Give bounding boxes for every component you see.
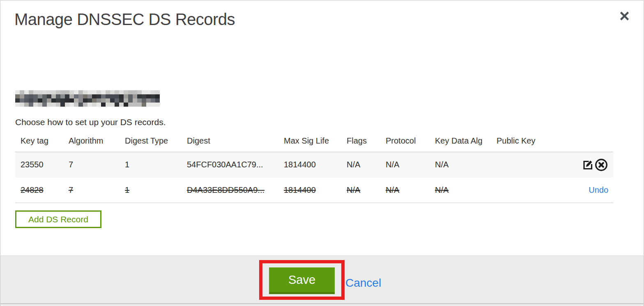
table-header-row: Key tag Algorithm Digest Type Digest Max…: [15, 136, 613, 152]
cell-digest: 54FCF030AA1C79...: [187, 152, 284, 178]
cell-public-key: [497, 178, 562, 203]
cell-digest-type: 1: [125, 178, 187, 203]
cell-flags: N/A: [347, 152, 386, 178]
cell-protocol: N/A: [386, 152, 435, 178]
col-header-key-data-alg: Key Data Alg: [435, 136, 497, 152]
ds-records-table: Key tag Algorithm Digest Type Digest Max…: [15, 136, 613, 203]
col-header-public-key: Public Key: [497, 136, 562, 152]
cell-max-sig-life: 1814400: [284, 152, 347, 178]
x-glyph: [619, 11, 630, 21]
cell-actions: Undo: [562, 178, 613, 203]
col-header-flags: Flags: [347, 136, 386, 152]
edit-record-icon[interactable]: [582, 158, 594, 171]
table-row: 23550 7 1 54FCF030AA1C79... 1814400 N/A …: [15, 152, 613, 178]
cell-algorithm: 7: [69, 152, 125, 178]
page-title: Manage DNSSEC DS Records: [14, 10, 235, 29]
cell-public-key: [497, 152, 562, 178]
save-button[interactable]: Save: [269, 267, 335, 294]
cell-digest: D4A33E8DD550A9...: [187, 178, 284, 203]
cell-key-tag: 23550: [15, 152, 69, 178]
delete-record-icon[interactable]: [594, 158, 608, 172]
add-ds-record-button[interactable]: Add DS Record: [15, 210, 101, 228]
cell-protocol: N/A: [386, 178, 435, 203]
cell-algorithm: 7: [69, 178, 125, 203]
domain-name-redacted: [15, 90, 160, 107]
instruction-text: Choose how to set up your DS records.: [15, 117, 166, 127]
manage-dnssec-dialog: Manage DNSSEC DS Records Choose how to s…: [0, 0, 644, 306]
undo-link[interactable]: Undo: [589, 185, 608, 194]
cancel-link[interactable]: Cancel: [345, 276, 381, 290]
close-icon[interactable]: [618, 10, 630, 22]
cell-digest-type: 1: [125, 152, 187, 178]
cell-max-sig-life: 1814400: [284, 178, 347, 203]
col-header-protocol: Protocol: [386, 136, 435, 152]
cell-key-tag: 24828: [15, 178, 69, 203]
table-row: 24828 7 1 D4A33E8DD550A9... 1814400 N/A …: [15, 178, 613, 203]
col-header-digest-type: Digest Type: [125, 136, 187, 152]
col-header-actions: [562, 136, 613, 152]
cell-key-data-alg: N/A: [435, 178, 497, 203]
cell-key-data-alg: N/A: [435, 152, 497, 178]
cell-actions: [562, 152, 613, 178]
col-header-key-tag: Key tag: [15, 136, 69, 152]
col-header-max-sig-life: Max Sig Life: [284, 136, 347, 152]
col-header-algorithm: Algorithm: [69, 136, 125, 152]
col-header-digest: Digest: [187, 136, 284, 152]
dialog-footer: Save Cancel: [0, 256, 644, 304]
cell-flags: N/A: [347, 178, 386, 203]
